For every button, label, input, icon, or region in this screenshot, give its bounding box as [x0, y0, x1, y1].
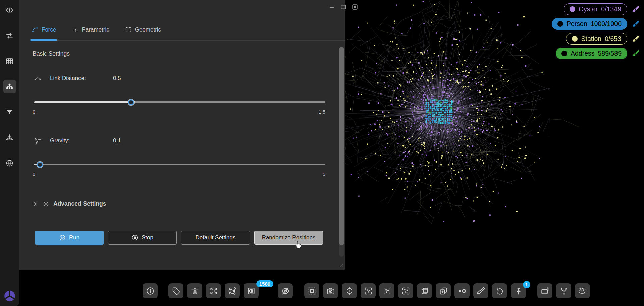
style-brush-icon[interactable] — [632, 20, 640, 28]
gear-icon — [43, 201, 49, 207]
tab-parametric[interactable]: Parametric — [71, 19, 110, 40]
resize-grip-icon[interactable] — [338, 263, 344, 268]
gravity-slider[interactable] — [34, 164, 325, 165]
sidebar — [0, 0, 19, 306]
tab-force[interactable]: Force — [31, 19, 57, 40]
visibility-counter-badge: 1589 — [256, 280, 273, 287]
sidebar-item-network[interactable] — [3, 131, 16, 144]
gravity-slider-thumb[interactable] — [37, 162, 43, 168]
sidebar-item-code[interactable] — [3, 3, 16, 17]
maximize-button[interactable] — [340, 3, 347, 11]
legend-row-station: Station0/653 — [566, 33, 640, 45]
run-label: Run — [69, 234, 79, 241]
legend-count: 0/1349 — [601, 5, 621, 13]
close-button[interactable] — [351, 3, 359, 11]
add-node-button[interactable] — [454, 283, 470, 298]
run-button[interactable]: Run — [35, 231, 104, 245]
default-settings-button[interactable]: Default Settings — [181, 231, 250, 245]
select-connected-button[interactable] — [361, 283, 376, 298]
legend-pill-person[interactable]: Person1000/1000 — [552, 18, 627, 30]
legend-label: Oyster — [579, 5, 598, 13]
select-nodes-icon — [401, 287, 410, 295]
undo-icon — [495, 287, 504, 295]
legend-dot — [561, 51, 567, 56]
style-brush-icon[interactable] — [632, 5, 640, 13]
svg-text:3D: 3D — [579, 288, 584, 292]
legend-pill-address[interactable]: Address589/589 — [556, 48, 627, 59]
annotate-button[interactable] — [537, 283, 552, 298]
linkdist-icon — [33, 75, 43, 82]
pause-icon — [131, 234, 138, 241]
gravity-max: 5 — [323, 172, 325, 177]
link-distance-slider[interactable] — [34, 101, 325, 103]
link-distance-slider-thumb[interactable] — [128, 99, 134, 105]
link-distance-group: Link Distance:0.501.5 — [33, 74, 325, 120]
sidebar-item-globe[interactable] — [3, 156, 16, 170]
sidebar-item-table[interactable] — [3, 54, 16, 68]
style-brush-icon[interactable] — [632, 50, 640, 58]
sidebar-item-filter[interactable] — [3, 105, 16, 119]
gravity-min: 0 — [33, 172, 35, 177]
cube-button[interactable] — [417, 283, 432, 298]
gravity-bounds: 05 — [33, 172, 325, 177]
select-connected-icon — [364, 287, 373, 295]
paintbrush-button[interactable] — [473, 283, 488, 298]
duplicate-view-icon — [439, 287, 448, 295]
advanced-settings-label: Advanced Settings — [53, 200, 106, 207]
layout-tabs: ForceParametricGeometric — [31, 19, 345, 41]
link-distance-row: Link Distance:0.5 — [33, 74, 325, 83]
toggle-3d-button[interactable]: 3D2D — [575, 283, 590, 298]
link-distance-label: Link Distance: — [50, 75, 86, 82]
toggle-3d-icon: 3D2D — [578, 287, 587, 295]
node-type-legend: Oyster0/1349Person1000/1000Station0/653A… — [552, 3, 640, 59]
expand-icon — [209, 287, 218, 295]
legend-row-person: Person1000/1000 — [552, 18, 640, 30]
sidebar-item-swap[interactable] — [3, 29, 16, 42]
randomize-positions-button[interactable]: Randomize Positions — [254, 231, 323, 245]
undo-button[interactable] — [492, 283, 507, 298]
scrollbar-thumb[interactable] — [339, 47, 344, 245]
legend-count: 589/589 — [598, 50, 622, 57]
section-title: Basic Settings — [33, 50, 70, 57]
style-brush-icon[interactable] — [632, 35, 640, 43]
legend-pill-oyster[interactable]: Oyster0/1349 — [564, 3, 627, 15]
link-distance-min: 0 — [33, 109, 35, 115]
branch-layout-button[interactable] — [556, 283, 571, 298]
swap-icon — [5, 32, 14, 40]
filter-icon — [5, 108, 14, 116]
parametric-icon — [71, 26, 78, 33]
tag-button[interactable] — [168, 283, 183, 298]
pin-button[interactable]: 1 — [511, 283, 526, 298]
locate-icon — [345, 287, 354, 295]
tab-geometric[interactable]: Geometric — [124, 19, 162, 40]
expand-button[interactable] — [206, 283, 221, 298]
gravity-value: 0.1 — [113, 137, 121, 144]
trinet-icon — [5, 133, 14, 142]
visibility-counter-button[interactable]: 1589 — [244, 283, 259, 298]
camera-icon — [326, 287, 335, 295]
locate-button[interactable] — [342, 283, 357, 298]
hide-icon — [281, 287, 290, 295]
camera-button[interactable] — [323, 283, 338, 298]
info-button[interactable] — [143, 283, 158, 298]
legend-pill-station[interactable]: Station0/653 — [566, 33, 627, 45]
stop-button[interactable]: Stop — [108, 231, 177, 245]
legend-count: 1000/1000 — [591, 20, 622, 28]
select-nodes-button[interactable] — [398, 283, 413, 298]
sidebar-item-layout[interactable] — [3, 80, 16, 93]
duplicate-view-button[interactable] — [436, 283, 451, 298]
link-distance-value: 0.5 — [113, 75, 121, 82]
randomize-positions-label: Randomize Positions — [262, 234, 316, 241]
network-data-button[interactable] — [225, 283, 240, 298]
add-node-icon — [458, 287, 467, 295]
link-distance-slider-fill — [34, 101, 131, 103]
advanced-settings-toggle[interactable]: Advanced Settings — [32, 200, 106, 207]
panel-scrollbar[interactable] — [339, 47, 344, 257]
image-overlay-button[interactable] — [379, 283, 394, 298]
hide-button[interactable] — [278, 283, 293, 298]
hierarchy-icon — [5, 82, 14, 91]
trash-button[interactable] — [187, 283, 202, 298]
minimize-button[interactable] — [328, 3, 336, 11]
legend-label: Person — [567, 20, 587, 28]
marquee-select-button[interactable] — [304, 283, 319, 298]
